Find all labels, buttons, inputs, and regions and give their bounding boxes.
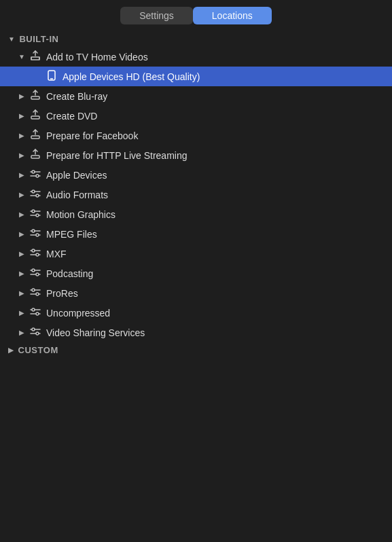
- tree-item-label-mpeg-files: MPEG Files: [46, 229, 97, 240]
- tree-item-prores[interactable]: ▶ ProRes: [0, 283, 392, 303]
- tree-item-add-to-tv[interactable]: ▼ Add to TV Home Videos: [0, 47, 392, 67]
- tree-item-create-dvd[interactable]: ▶ Create DVD: [0, 106, 392, 126]
- slider-icon-uncompressed: [27, 306, 43, 319]
- slider-icon-podcasting: [27, 267, 43, 280]
- chevron-dvd-icon: ▶: [16, 112, 27, 120]
- upload-icon-facebook: [27, 129, 43, 142]
- tree-item-mxf[interactable]: ▶ MXF: [0, 244, 392, 264]
- slider-icon-prores: [27, 287, 43, 300]
- svg-rect-0: [31, 57, 39, 60]
- tree-item-label-facebook: Prepare for Facebook: [46, 130, 138, 141]
- tree-item-uncompressed[interactable]: ▶ Uncompressed: [0, 303, 392, 323]
- tree-item-label-apple-devices: Apple Devices: [46, 170, 107, 181]
- chevron-blu-ray-icon: ▶: [16, 92, 27, 100]
- chevron-podcasting-icon: ▶: [16, 270, 27, 277]
- tree-item-label-apple-hd: Apple Devices HD (Best Quality): [63, 71, 200, 82]
- tree-item-label-audio-formats: Audio Formats: [46, 189, 108, 200]
- tab-bar: Settings Locations: [0, 0, 392, 31]
- slider-icon-apple-devices: [27, 168, 43, 181]
- section-header-custom[interactable]: ▶ CUSTOM: [0, 342, 392, 358]
- tree-item-apple-devices[interactable]: ▶ Apple Devices: [0, 165, 392, 185]
- section-label-custom: CUSTOM: [18, 345, 58, 355]
- phone-icon-apple-hd: [43, 70, 60, 83]
- tree-item-podcasting[interactable]: ▶ Podcasting: [0, 264, 392, 283]
- chevron-audio-formats-icon: ▶: [16, 191, 27, 198]
- tree-item-video-sharing[interactable]: ▶ Video Sharing Services: [0, 323, 392, 342]
- chevron-uncompressed-icon: ▶: [16, 309, 27, 317]
- tree-item-label-blu-ray: Create Blu-ray: [46, 91, 107, 102]
- tab-settings[interactable]: Settings: [120, 7, 193, 24]
- chevron-add-to-tv-icon: ▼: [16, 53, 27, 60]
- upload-icon-dvd: [27, 109, 43, 122]
- upload-icon-add-to-tv: [27, 50, 43, 63]
- tree-item-label-podcasting: Podcasting: [46, 268, 93, 279]
- chevron-video-sharing-icon: ▶: [16, 329, 27, 336]
- tree-item-label-http: Prepare for HTTP Live Streaming: [46, 150, 188, 161]
- chevron-built-in-icon: ▼: [8, 35, 15, 43]
- tree-item-apple-devices-hd[interactable]: Apple Devices HD (Best Quality): [0, 67, 392, 86]
- chevron-motion-graphics-icon: ▶: [16, 211, 27, 218]
- chevron-prores-icon: ▶: [16, 289, 27, 297]
- tree-item-label-uncompressed: Uncompressed: [46, 308, 110, 319]
- tree-item-create-blu-ray[interactable]: ▶ Create Blu-ray: [0, 86, 392, 106]
- tree-item-http-streaming[interactable]: ▶ Prepare for HTTP Live Streaming: [0, 145, 392, 165]
- chevron-apple-devices-icon: ▶: [16, 171, 27, 179]
- tree-item-motion-graphics[interactable]: ▶ Motion Graphics: [0, 204, 392, 224]
- tree-item-facebook[interactable]: ▶ Prepare for Facebook: [0, 126, 392, 145]
- chevron-custom-icon: ▶: [8, 346, 14, 354]
- upload-icon-blu-ray: [27, 90, 43, 103]
- tree-item-label-motion-graphics: Motion Graphics: [46, 209, 115, 220]
- tree-item-label-dvd: Create DVD: [46, 111, 97, 122]
- tree-item-label-add-to-tv: Add to TV Home Videos: [46, 52, 148, 62]
- tree-item-mpeg-files[interactable]: ▶ MPEG Files: [0, 224, 392, 244]
- slider-icon-mpeg-files: [27, 228, 43, 240]
- svg-rect-7: [31, 136, 39, 139]
- svg-rect-6: [31, 116, 39, 119]
- tree-item-label-video-sharing: Video Sharing Services: [46, 327, 145, 338]
- tree-item-audio-formats[interactable]: ▶ Audio Formats: [0, 185, 392, 204]
- svg-rect-5: [31, 96, 39, 99]
- chevron-mpeg-files-icon: ▶: [16, 230, 27, 238]
- chevron-http-icon: ▶: [16, 151, 27, 159]
- slider-icon-audio-formats: [27, 188, 43, 201]
- section-header-built-in[interactable]: ▼ BUILT-IN: [0, 31, 392, 47]
- slider-icon-mxf: [27, 247, 43, 260]
- svg-rect-8: [31, 156, 39, 158]
- slider-icon-motion-graphics: [27, 208, 43, 221]
- section-label-built-in: BUILT-IN: [19, 34, 58, 44]
- upload-icon-http: [27, 149, 43, 162]
- tab-locations[interactable]: Locations: [193, 7, 272, 24]
- chevron-facebook-icon: ▶: [16, 132, 27, 139]
- tree-item-label-mxf: MXF: [46, 249, 67, 259]
- chevron-mxf-icon: ▶: [16, 250, 27, 257]
- slider-icon-video-sharing: [27, 326, 43, 339]
- tree-item-label-prores: ProRes: [46, 288, 78, 299]
